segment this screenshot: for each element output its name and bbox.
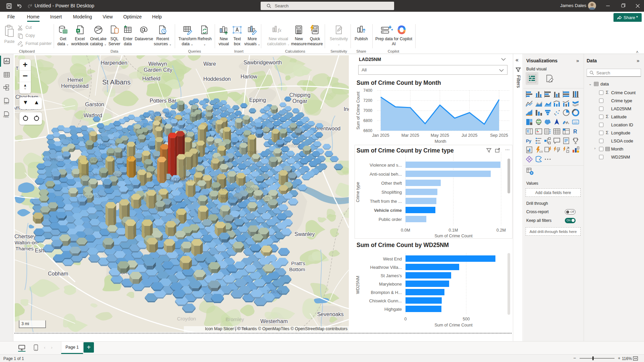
svg-text:DAX: DAX bbox=[4, 102, 9, 105]
svg-text:Chipping: Chipping bbox=[289, 92, 310, 98]
svg-text:Harpenden: Harpenden bbox=[101, 60, 127, 66]
svg-text:Uxbridge: Uxbridge bbox=[43, 157, 63, 162]
svg-text:Hempstead: Hempstead bbox=[61, 83, 89, 89]
svg-text:Other theft: Other theft bbox=[381, 181, 402, 186]
svg-text:Vehicle crime: Vehicle crime bbox=[374, 208, 402, 213]
svg-text:Harrow: Harrow bbox=[100, 141, 116, 147]
svg-text:Enfield: Enfield bbox=[189, 113, 205, 119]
svg-text:Croydon: Croydon bbox=[177, 316, 196, 321]
svg-text:Mar 2025: Mar 2025 bbox=[401, 133, 419, 138]
svg-text:Ware: Ware bbox=[203, 61, 216, 67]
svg-text:Potters Bar: Potters Bar bbox=[150, 98, 177, 104]
svg-text:123: 123 bbox=[539, 150, 543, 153]
svg-text:Garden City: Garden City bbox=[144, 67, 172, 73]
svg-text:Bottom: Bottom bbox=[289, 266, 305, 272]
svg-text:Inga: Inga bbox=[343, 106, 349, 112]
svg-text:Thames: Thames bbox=[15, 246, 34, 251]
svg-text:West End: West End bbox=[383, 256, 402, 261]
svg-text:Garston: Garston bbox=[85, 102, 104, 107]
svg-text:Sum of Crime Count: Sum of Crime Count bbox=[434, 234, 473, 238]
svg-text:6800: 6800 bbox=[363, 118, 372, 123]
svg-text:Pratt's: Pratt's bbox=[291, 260, 305, 266]
svg-text:Bexleyheath: Bexleyheath bbox=[243, 195, 270, 201]
svg-text:Hoddesdon: Hoddesdon bbox=[203, 76, 231, 82]
svg-text:0.1M: 0.1M bbox=[449, 228, 458, 233]
svg-text:Month: Month bbox=[435, 139, 446, 144]
svg-text:Chiswick Gunn...: Chiswick Gunn... bbox=[369, 298, 402, 303]
svg-text:Greenwich: Greenwich bbox=[216, 186, 240, 191]
svg-text:Romford: Romford bbox=[281, 143, 300, 148]
svg-text:Cobham: Cobham bbox=[48, 271, 68, 277]
svg-text:Shoplifting: Shoplifting bbox=[381, 190, 402, 195]
svg-text:fx: fx bbox=[278, 27, 281, 33]
svg-text:Northolt: Northolt bbox=[86, 157, 104, 162]
svg-text:0.2M: 0.2M bbox=[496, 228, 506, 233]
svg-text:Violence and s...: Violence and s... bbox=[370, 163, 402, 168]
svg-text:Theft from the ...: Theft from the ... bbox=[370, 199, 402, 204]
svg-text:Py: Py bbox=[526, 138, 532, 143]
svg-text:Jul 2025: Jul 2025 bbox=[462, 133, 477, 138]
svg-text:Lewisham: Lewisham bbox=[216, 195, 239, 200]
svg-text:Epping: Epping bbox=[249, 97, 266, 103]
svg-text:R: R bbox=[573, 129, 577, 134]
svg-text:7200: 7200 bbox=[363, 98, 372, 103]
svg-text:Westerham: Westerham bbox=[260, 318, 288, 324]
svg-text:Hemel: Hemel bbox=[67, 77, 83, 83]
svg-text:Harlow: Harlow bbox=[240, 74, 257, 79]
svg-text:Brompton & H...: Brompton & H... bbox=[371, 290, 402, 295]
svg-text:Ilford: Ilford bbox=[246, 149, 257, 155]
svg-text:Jan 2025: Jan 2025 bbox=[372, 133, 389, 138]
svg-text:Sevenoaks: Sevenoaks bbox=[317, 311, 343, 317]
svg-text:Hatfield: Hatfield bbox=[142, 76, 160, 81]
svg-text:May 2025: May 2025 bbox=[431, 133, 449, 138]
svg-text:Chertsey: Chertsey bbox=[15, 234, 36, 239]
svg-text:7000: 7000 bbox=[363, 108, 372, 113]
svg-text:7400: 7400 bbox=[363, 88, 372, 93]
svg-text:Ongar: Ongar bbox=[292, 98, 308, 104]
svg-text:Anti-social beh...: Anti-social beh... bbox=[370, 172, 402, 177]
svg-text:Sum of Crime Count by WD25NM: Sum of Crime Count by WD25NM bbox=[357, 242, 449, 248]
svg-text:Public order: Public order bbox=[379, 217, 402, 222]
svg-text:London: London bbox=[169, 175, 193, 183]
svg-text:Crime type: Crime type bbox=[356, 182, 360, 202]
svg-text:WD25NM: WD25NM bbox=[356, 276, 360, 294]
svg-text:Sum of Crime Count: Sum of Crime Count bbox=[434, 323, 473, 327]
svg-text:Ealing: Ealing bbox=[108, 172, 122, 177]
svg-text:St James's: St James's bbox=[381, 273, 402, 278]
svg-text:Southall: Southall bbox=[79, 172, 97, 177]
svg-text:Highgate: Highgate bbox=[384, 307, 402, 312]
svg-text:500: 500 bbox=[463, 317, 470, 321]
svg-text:Chipping: Chipping bbox=[149, 110, 169, 115]
svg-text:Marylebone: Marylebone bbox=[379, 282, 402, 287]
svg-text:Sidcup: Sidcup bbox=[267, 289, 282, 294]
svg-text:Barnet: Barnet bbox=[152, 115, 167, 121]
svg-text:Sep 2025: Sep 2025 bbox=[490, 133, 508, 138]
svg-text:Sawbridgeworth: Sawbridgeworth bbox=[244, 60, 282, 65]
svg-text:St Albans: St Albans bbox=[102, 78, 131, 86]
svg-text:Sum of Crime Count by Month: Sum of Crime Count by Month bbox=[357, 79, 441, 86]
svg-text:TMDL: TMDL bbox=[3, 116, 9, 118]
svg-text:Heathrow Villa...: Heathrow Villa... bbox=[370, 265, 402, 270]
svg-text:Swanley: Swanley bbox=[294, 231, 315, 237]
svg-text:Bromley: Bromley bbox=[225, 316, 244, 322]
svg-text:T: T bbox=[16, 66, 19, 71]
svg-text:Sum of Crime Count: Sum of Crime Count bbox=[356, 92, 361, 130]
svg-text:Watford: Watford bbox=[84, 113, 102, 118]
svg-text:Welwyn: Welwyn bbox=[148, 61, 167, 67]
svg-text:6600: 6600 bbox=[363, 128, 372, 133]
svg-text:Wembley: Wembley bbox=[111, 154, 132, 160]
svg-text:0: 0 bbox=[405, 317, 407, 321]
svg-text:Sum of Crime Count by Crime ty: Sum of Crime Count by Crime type bbox=[357, 147, 454, 154]
svg-text:0.0M: 0.0M bbox=[401, 228, 410, 233]
svg-text:Hounslow: Hounslow bbox=[80, 193, 103, 199]
svg-text:Woolwich: Woolwich bbox=[243, 186, 264, 191]
svg-text:123: 123 bbox=[573, 121, 578, 124]
